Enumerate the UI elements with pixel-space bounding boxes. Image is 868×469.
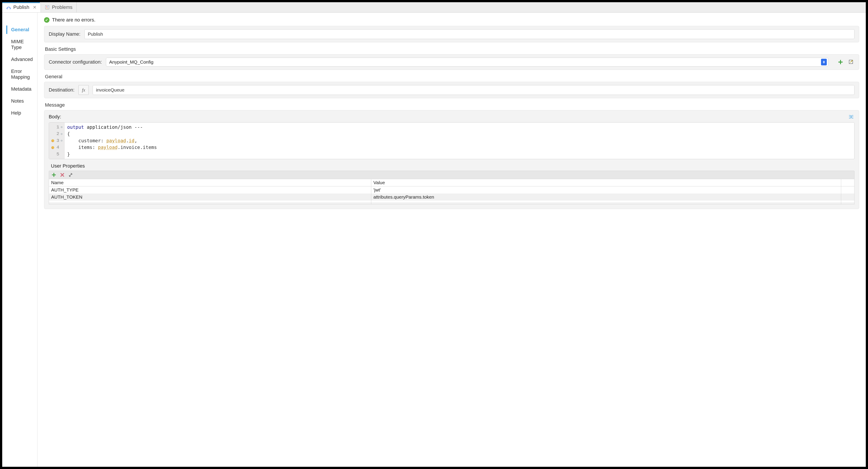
message-section: Body: 12345 ⊖⊖⊖ output application/json … [44,110,859,209]
display-name-label: Display Name: [49,31,81,37]
check-icon: ✓ [44,17,50,23]
sidebar-item-metadata[interactable]: Metadata [2,83,37,95]
general-section: Destination: fx [44,82,859,98]
problems-icon [45,5,50,10]
sidebar-item-label: Metadata [11,86,31,92]
basic-settings-title: Basic Settings [45,46,859,52]
sidebar: General MIME Type Advanced Error Mapping… [2,12,37,467]
col-extra[interactable] [841,179,854,186]
basic-settings-section: Connector configuration: Anypoint_MQ_Con… [44,54,859,70]
cell-value[interactable]: attributes.queryParams.token [371,193,841,200]
code-gutter: 12345 ⊖⊖⊖ [49,123,64,159]
edit-config-button[interactable] [848,59,855,65]
user-properties-toolbar [49,171,855,179]
add-config-button[interactable] [837,59,844,65]
svg-point-7 [52,146,54,149]
cell-name[interactable] [49,202,371,205]
tab-strip: Publish ✕ Problems [2,2,866,12]
sidebar-item-help[interactable]: Help [2,107,37,119]
body-code-editor[interactable]: 12345 ⊖⊖⊖ output application/json --- { … [49,122,855,159]
body-label: Body: [49,114,61,120]
cell-extra[interactable] [841,200,854,202]
table-row[interactable] [49,200,854,202]
cell-extra[interactable] [841,186,854,194]
sidebar-item-advanced[interactable]: Advanced [2,54,37,65]
add-row-button[interactable] [51,172,57,178]
cell-extra[interactable] [841,202,854,205]
svg-point-8 [52,148,53,149]
col-value[interactable]: Value [371,179,841,186]
sidebar-item-general[interactable]: General [2,24,37,36]
cell-value[interactable] [371,202,841,205]
sidebar-item-label: Error Mapping [11,68,30,80]
sidebar-item-label: General [11,27,29,32]
delete-row-button[interactable] [60,172,65,178]
status-row: ✓ There are no errors. [44,17,859,23]
cell-value[interactable]: 'jwt' [371,186,841,194]
user-properties-table[interactable]: Name Value AUTH_TYPE'jwt'AUTH_TOKENattri… [49,179,855,205]
table-row[interactable]: AUTH_TYPE'jwt' [49,186,854,194]
display-name-section: Display Name: [44,26,859,42]
tab-label: Publish [13,4,29,10]
tools-button[interactable] [68,172,73,178]
cell-name[interactable] [49,200,371,202]
sidebar-item-label: Help [11,110,21,116]
destination-input[interactable] [93,85,855,95]
connector-config-label: Connector configuration: [49,59,102,65]
sidebar-item-label: Advanced [11,57,33,62]
sidebar-item-label: Notes [11,98,24,104]
cell-name[interactable]: AUTH_TYPE [49,186,371,194]
svg-point-5 [52,139,54,142]
general-section-title: General [45,74,859,80]
svg-point-1 [46,6,47,7]
publish-icon [6,5,11,10]
svg-rect-0 [45,5,49,9]
sidebar-item-mime-type[interactable]: MIME Type [2,36,37,54]
table-row[interactable]: AUTH_TOKENattributes.queryParams.token [49,193,854,200]
sidebar-item-error-mapping[interactable]: Error Mapping [2,65,37,83]
status-text: There are no errors. [52,17,96,23]
col-name[interactable]: Name [49,179,371,186]
cell-name[interactable]: AUTH_TOKEN [49,193,371,200]
sidebar-item-label: MIME Type [11,39,24,50]
display-name-input[interactable] [85,29,855,39]
message-section-title: Message [45,102,859,108]
code-content[interactable]: output application/json --- { customer: … [64,123,854,159]
svg-point-6 [52,141,53,142]
dropdown-value: Anypoint_MQ_Config [109,59,154,65]
tab-publish[interactable]: Publish ✕ [2,2,41,12]
fx-button[interactable]: fx [79,85,89,95]
connector-config-dropdown[interactable]: Anypoint_MQ_Config [106,58,828,66]
sidebar-item-notes[interactable]: Notes [2,95,37,107]
cell-extra[interactable] [841,193,854,200]
cell-value[interactable] [371,200,841,202]
svg-rect-3 [46,8,49,9]
app-frame: Publish ✕ Problems General MIME Type Adv… [0,0,868,469]
table-row[interactable] [49,202,854,205]
chevron-updown-icon [821,59,827,65]
destination-label: Destination: [49,87,74,93]
svg-point-2 [48,6,48,7]
close-icon[interactable]: ✕ [33,5,37,10]
tab-problems[interactable]: Problems [41,2,77,12]
tab-label: Problems [52,4,72,10]
user-properties-title: User Properties [51,163,855,169]
mapper-icon[interactable] [848,114,855,120]
main-panel: ✓ There are no errors. Display Name: Bas… [37,12,866,467]
